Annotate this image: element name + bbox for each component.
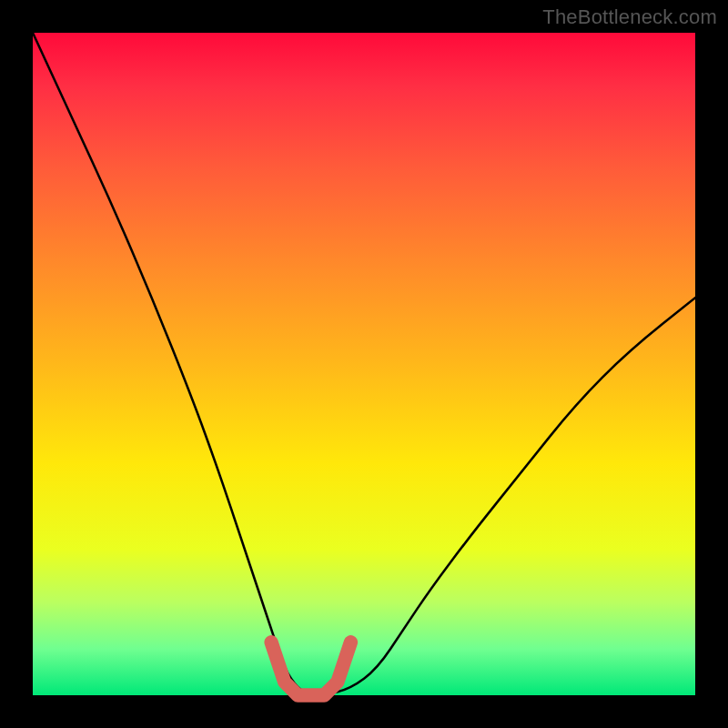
bottleneck-curve: [33, 33, 695, 695]
watermark-text: TheBottleneck.com: [542, 5, 717, 29]
curve-layer: [33, 33, 695, 695]
plot-area: [33, 33, 695, 695]
flat-marker: [271, 642, 350, 695]
chart-frame: TheBottleneck.com: [0, 0, 728, 728]
